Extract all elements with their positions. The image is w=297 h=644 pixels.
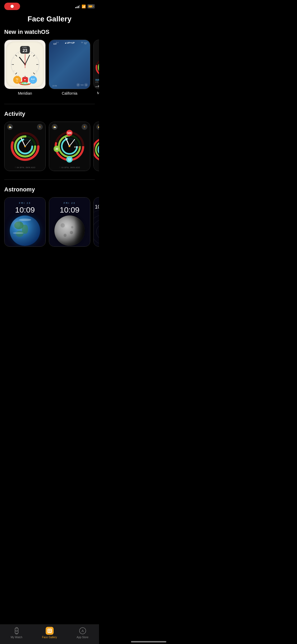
status-icons: 📶 ⚡ [75,4,95,8]
moon-face-item[interactable]: FRI 23 10:09 [49,197,90,247]
california-frame[interactable]: UV ▲UP+UP 72° 6.4 64 [49,40,90,89]
moon-weather: 72° PARTLY CLOUDY [49,246,90,246]
activity2-watch-face[interactable]: ⛅ 🏃 [49,122,90,171]
faces-scroll-activity[interactable]: ⛅ 🏃 [0,122,99,171]
section-new-in-watchos: New in watchOS FRI 23 [0,29,99,95]
meridian-frame[interactable]: FRI 23 [4,40,46,89]
activity1-run-icon: 🏃 [37,124,43,130]
cal-bottom-right: 500 [81,84,84,86]
svg-point-29 [25,64,26,65]
svg-line-25 [25,55,30,65]
wifi-icon: 📶 [82,4,86,8]
signal-bars-icon [75,4,80,8]
activity2-rings-svg: 500 30 12 FRI 23 [53,130,86,163]
earth-time: 10:09 [4,205,45,215]
meridian-day: FRI [23,47,27,48]
earth-face-item[interactable]: FRI 23 10:09 [4,197,46,247]
earth-date: FRI 23 [19,202,31,204]
california-face-item[interactable]: UV ▲UP+UP 72° 6.4 64 [49,40,90,95]
moon-watch-face[interactable]: FRI 23 10:09 [49,197,90,246]
earth-frame[interactable]: FRI 23 10:09 [4,197,46,247]
activity3-face-item[interactable]: ⛅ 10: ♡ 64 BP... [93,122,99,171]
meridian-date: 23 [23,48,27,53]
svg-line-14 [36,58,36,58]
solar-face-item[interactable]: FRI 23 10: 72° PAR... [93,197,99,247]
svg-line-12 [33,73,35,74]
section-activity: Activity ⛅ 🏃 [0,111,99,171]
section-title-new: New in watchOS [0,29,99,40]
meridian-label: Meridian [18,91,32,95]
svg-text:12: 12 [68,158,71,161]
svg-line-22 [13,58,14,58]
record-dot [11,5,14,8]
solar-watch-face[interactable]: FRI 23 10: 72° PAR... [94,197,99,246]
activity3-partial-rings [94,136,99,163]
activity2-heart-rate: ♡ 64 BPM, 3MIN AGO [59,167,80,169]
california-label: California [62,91,77,95]
modular-rings [95,58,99,76]
svg-point-65 [98,62,99,73]
svg-line-11 [15,73,17,74]
modular-label: Modular... [97,91,99,95]
faces-scroll-astronomy[interactable]: FRI 23 10:09 [0,197,99,247]
record-button[interactable] [4,3,20,10]
svg-rect-1 [93,6,94,7]
svg-line-9 [15,55,17,56]
svg-line-16 [36,71,36,71]
activity3-watch-face[interactable]: ⛅ 10: ♡ 64 BP... [94,122,99,171]
divider-2 [4,180,95,180]
svg-text:FRI: FRI [74,146,78,148]
modular-frame[interactable]: FRI 23 10: [93,40,99,89]
earth-watch-face[interactable]: FRI 23 10:09 [4,197,45,246]
svg-point-76 [24,146,26,147]
section-title-astronomy: Astronomy [0,186,99,197]
svg-point-100 [98,144,99,156]
modular-watch-face[interactable]: FRI 23 10: [94,40,99,89]
svg-line-75 [25,140,30,146]
modular-face-item[interactable]: FRI 23 10: [93,40,99,95]
moon-date: FRI 23 [64,202,76,204]
solar-frame[interactable]: FRI 23 10: 72° PAR... [93,197,99,247]
activity1-heart-rate: ♡ 64 BPM, 3MIN AGO [15,167,36,169]
meridian-activity-ring [18,81,32,85]
solar-time: 10: [95,204,99,210]
activity1-face-item[interactable]: ⛅ 🏃 [4,122,46,171]
meridian-clock-svg [11,50,40,79]
activity1-rings-svg [9,131,41,162]
scroll-content: New in watchOS FRI 23 [0,29,99,282]
activity1-frame[interactable]: ⛅ 🏃 [4,122,46,171]
svg-line-10 [33,55,35,56]
faces-scroll-new[interactable]: FRI 23 [0,40,99,95]
status-bar: 📶 ⚡ [0,0,99,12]
activity2-frame[interactable]: ⛅ 🏃 [49,122,90,171]
moon-time: 10:09 [49,205,90,215]
svg-line-23 [18,53,19,53]
solar-system-svg [94,205,99,246]
section-title-activity: Activity [0,111,99,122]
meridian-face-item[interactable]: FRI 23 [4,40,46,95]
svg-line-20 [13,71,14,71]
svg-point-102 [96,224,99,240]
svg-line-13 [31,53,32,53]
activity3-weather-icon: ⛅ [96,124,99,130]
svg-text:30: 30 [55,148,58,150]
page-title: Face Gallery [0,12,99,29]
activity1-watch-face[interactable]: ⛅ 🏃 [4,122,45,171]
earth-weather: 72° PARTLY CLOUDY [4,246,45,246]
california-watch-face[interactable]: UV ▲UP+UP 72° 6.4 64 [49,40,90,89]
svg-line-24 [20,57,25,65]
cal-bottom-left: 14:59 [52,85,57,87]
moon-frame[interactable]: FRI 23 10:09 [49,197,90,247]
svg-text:500: 500 [67,132,72,135]
svg-text:⚡: ⚡ [89,6,92,8]
solar-weather: 72° PAR... [94,242,99,244]
meridian-watch-face[interactable]: FRI 23 [4,40,45,89]
section-astronomy: Astronomy FRI 23 10:09 [0,186,99,247]
battery-icon: ⚡ [87,4,95,8]
activity3-frame[interactable]: ⛅ 10: ♡ 64 BP... [93,122,99,171]
meridian-left-comp: 72 [16,78,18,80]
cal-steps: ▲UP+UP [64,42,75,44]
cal-temp: 72° [84,42,87,45]
activity2-face-item[interactable]: ⛅ 🏃 [49,122,90,171]
svg-point-32 [23,83,27,84]
